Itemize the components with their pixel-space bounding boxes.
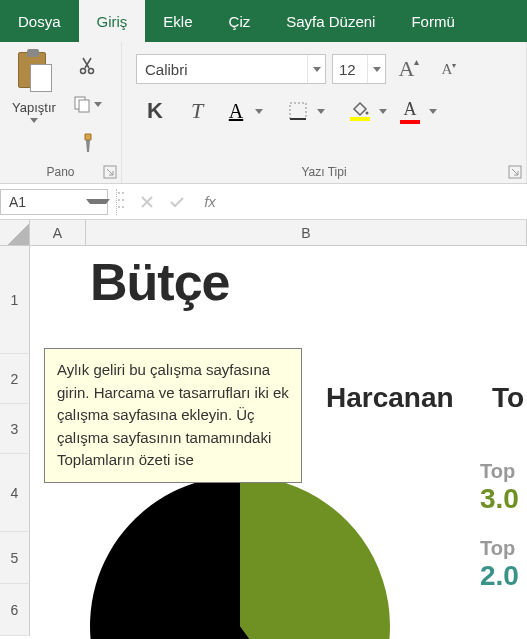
fill-color-swatch xyxy=(350,117,370,121)
pie-chart[interactable] xyxy=(90,476,390,639)
svg-rect-3 xyxy=(79,100,89,112)
tab-home[interactable]: Giriş xyxy=(79,0,146,42)
chevron-down-icon[interactable] xyxy=(89,199,107,204)
svg-rect-5 xyxy=(290,103,306,119)
svg-point-1 xyxy=(89,69,94,74)
total-label-1: Top xyxy=(480,460,519,483)
chevron-down-icon[interactable] xyxy=(314,94,328,128)
decrease-font-size-button[interactable]: A▾ xyxy=(432,54,466,84)
enter-formula-button[interactable] xyxy=(162,189,192,215)
clipboard-group: Yapıştır Pano xyxy=(0,42,122,183)
name-box-value: A1 xyxy=(1,194,89,210)
cut-button[interactable] xyxy=(70,53,104,79)
font-color-swatch xyxy=(400,120,420,124)
cancel-formula-button[interactable] xyxy=(132,189,162,215)
column-headers: A B xyxy=(0,220,527,246)
row-header-5[interactable]: 5 xyxy=(0,532,30,584)
check-icon xyxy=(169,195,185,209)
insert-function-button[interactable]: fx xyxy=(192,189,222,215)
font-name-combo[interactable]: Calibri xyxy=(136,54,326,84)
chevron-down-icon[interactable] xyxy=(376,94,390,128)
total-value-2: 2.0 xyxy=(480,560,519,592)
column-heading-to: To xyxy=(492,382,524,414)
copy-button[interactable] xyxy=(70,91,104,117)
row-header-2[interactable]: 2 xyxy=(0,354,30,404)
brush-icon xyxy=(77,132,97,154)
tab-draw[interactable]: Çiz xyxy=(211,0,269,42)
svg-point-0 xyxy=(81,69,86,74)
tab-file[interactable]: Dosya xyxy=(0,0,79,42)
column-header-b[interactable]: B xyxy=(86,220,527,245)
fx-label: fx xyxy=(204,193,216,210)
increase-font-size-button[interactable]: A▴ xyxy=(392,54,426,84)
copy-icon xyxy=(72,94,92,114)
total-value-1: 3.0 xyxy=(480,483,519,515)
fill-color-button[interactable] xyxy=(344,94,390,128)
font-size-combo[interactable]: 12 xyxy=(332,54,386,84)
font-group: Calibri 12 A▴ A▾ K T A xyxy=(122,42,527,183)
tab-insert[interactable]: Ekle xyxy=(145,0,210,42)
separator xyxy=(116,189,130,215)
formula-bar: A1 fx xyxy=(0,184,527,220)
svg-point-13 xyxy=(122,199,124,201)
svg-point-11 xyxy=(118,206,120,208)
name-box[interactable]: A1 xyxy=(0,189,108,215)
chevron-down-icon[interactable] xyxy=(426,94,440,128)
scissors-icon xyxy=(77,56,97,76)
paste-label: Yapıştır xyxy=(12,100,56,115)
row-header-4[interactable]: 4 xyxy=(0,454,30,532)
border-icon xyxy=(288,101,308,121)
paste-icon xyxy=(16,50,52,92)
sheet-content[interactable]: Bütçe Aylık geliri bu çalışma sayfasına … xyxy=(30,246,527,639)
spreadsheet-grid: A B 1 2 3 4 5 6 Bütçe Aylık geliri bu ça… xyxy=(0,220,527,639)
tab-formulas[interactable]: Formü xyxy=(393,0,472,42)
chevron-down-icon xyxy=(94,102,102,107)
select-all-corner[interactable] xyxy=(0,220,30,245)
row-header-1[interactable]: 1 xyxy=(0,246,30,354)
total-label-2: Top xyxy=(480,537,519,560)
page-title: Bütçe xyxy=(90,252,229,312)
pie-slice-green xyxy=(240,476,390,639)
row-header-6[interactable]: 6 xyxy=(0,584,30,636)
tab-page-layout[interactable]: Sayfa Düzeni xyxy=(268,0,393,42)
bucket-icon xyxy=(350,101,370,117)
chevron-down-icon[interactable] xyxy=(307,55,325,83)
ribbon: Yapıştır Pano xyxy=(0,42,527,184)
italic-button[interactable]: T xyxy=(178,94,216,128)
column-header-a[interactable]: A xyxy=(30,220,86,245)
ribbon-tabs: Dosya Giriş Ekle Çiz Sayfa Düzeni Formü xyxy=(0,0,527,42)
dialog-launcher-icon[interactable] xyxy=(103,165,117,179)
font-group-label: Yazı Tipi xyxy=(122,163,526,183)
svg-point-12 xyxy=(122,192,124,194)
cell-comment-tooltip: Aylık geliri bu çalışma sayfasına girin.… xyxy=(44,348,302,483)
paste-button[interactable]: Yapıştır xyxy=(6,46,62,163)
borders-button[interactable] xyxy=(282,94,328,128)
chevron-down-icon[interactable] xyxy=(367,55,385,83)
clipboard-group-label: Pano xyxy=(0,163,121,183)
x-icon xyxy=(140,195,154,209)
bold-button[interactable]: K xyxy=(136,94,174,128)
svg-point-7 xyxy=(366,112,369,115)
column-heading-harcanan: Harcanan xyxy=(326,382,454,414)
font-name-value: Calibri xyxy=(137,61,307,78)
chevron-down-icon[interactable] xyxy=(252,94,266,128)
format-painter-button[interactable] xyxy=(70,130,104,156)
row-header-3[interactable]: 3 xyxy=(0,404,30,454)
row-headers: 1 2 3 4 5 6 xyxy=(0,246,30,639)
font-color-a: A xyxy=(404,99,417,120)
dialog-launcher-icon[interactable] xyxy=(508,165,522,179)
font-color-button[interactable]: A xyxy=(394,94,440,128)
font-size-value: 12 xyxy=(333,61,367,78)
chevron-down-icon xyxy=(30,118,38,123)
svg-point-9 xyxy=(118,192,120,194)
svg-point-14 xyxy=(122,206,124,208)
underline-button[interactable]: A xyxy=(220,94,266,128)
totals-block: Top 3.0 Top 2.0 xyxy=(480,456,519,592)
svg-point-10 xyxy=(118,199,120,201)
